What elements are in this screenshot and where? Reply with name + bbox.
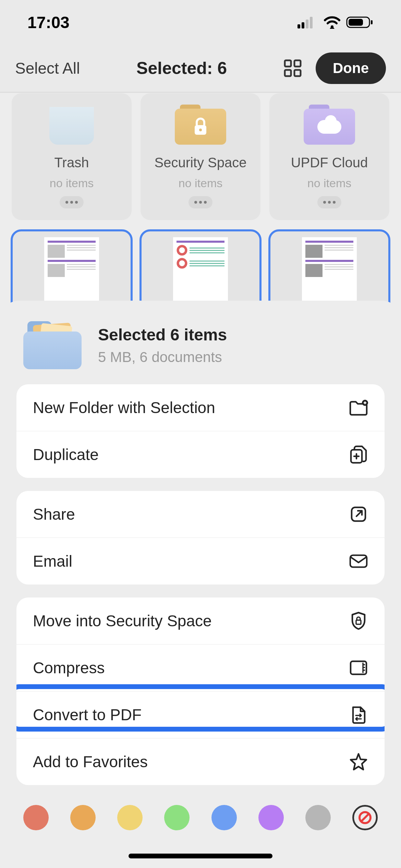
archive-icon xyxy=(349,658,368,677)
svg-rect-19 xyxy=(350,555,367,567)
battery-icon xyxy=(346,16,374,29)
tag-blue[interactable] xyxy=(211,805,237,830)
tag-green[interactable] xyxy=(164,805,190,830)
action-label: Share xyxy=(33,505,75,523)
shield-lock-icon xyxy=(349,611,368,630)
svg-rect-0 xyxy=(297,24,300,28)
sheet-header: Selected 6 items 5 MB, 6 documents xyxy=(16,321,385,384)
action-group-1: New Folder with Selection Duplicate xyxy=(16,384,385,478)
action-label: Convert to PDF xyxy=(33,706,142,724)
star-icon xyxy=(349,752,368,771)
svg-point-4 xyxy=(331,25,333,28)
selected-count-label: Selected: 6 xyxy=(136,58,227,78)
svg-rect-11 xyxy=(294,70,301,76)
copy-plus-icon xyxy=(349,445,368,464)
tag-orange[interactable] xyxy=(70,805,96,830)
action-label: Email xyxy=(33,552,72,570)
svg-rect-6 xyxy=(349,19,363,26)
svg-rect-20 xyxy=(356,620,361,624)
tag-purple[interactable] xyxy=(258,805,284,830)
svg-line-23 xyxy=(362,814,368,821)
mail-icon xyxy=(349,552,368,571)
sheet-subtitle: 5 MB, 6 documents xyxy=(98,349,227,365)
action-group-3: Move into Security Space Compress Conver… xyxy=(16,598,385,785)
svg-rect-3 xyxy=(310,17,313,28)
done-button[interactable]: Done xyxy=(316,52,386,84)
action-new-folder[interactable]: New Folder with Selection xyxy=(16,384,385,431)
action-email[interactable]: Email xyxy=(16,538,385,584)
tag-red[interactable] xyxy=(23,805,49,830)
color-tag-row xyxy=(16,798,385,830)
action-convert-pdf[interactable]: Convert to PDF xyxy=(16,691,385,738)
action-move-security[interactable]: Move into Security Space xyxy=(16,598,385,644)
action-compress[interactable]: Compress xyxy=(16,644,385,691)
svg-rect-9 xyxy=(294,60,301,67)
wifi-icon xyxy=(324,16,341,29)
home-indicator[interactable] xyxy=(129,854,272,858)
action-label: Add to Favorites xyxy=(33,752,148,771)
status-bar: 17:03 xyxy=(0,0,401,45)
svg-rect-10 xyxy=(285,70,291,76)
folder-plus-icon xyxy=(349,398,368,417)
svg-rect-2 xyxy=(306,20,308,28)
action-group-2: Share Email xyxy=(16,491,385,584)
action-label: Move into Security Space xyxy=(33,612,212,630)
folder-selection-icon xyxy=(23,321,82,369)
action-add-favorites[interactable]: Add to Favorites xyxy=(16,738,385,785)
svg-rect-7 xyxy=(371,20,373,24)
file-swap-icon xyxy=(349,705,368,724)
share-icon xyxy=(349,505,368,524)
action-label: New Folder with Selection xyxy=(33,398,215,417)
status-icons xyxy=(297,16,374,29)
status-time: 17:03 xyxy=(27,13,70,32)
select-all-button[interactable]: Select All xyxy=(15,59,80,77)
action-label: Compress xyxy=(33,659,105,677)
svg-rect-1 xyxy=(302,22,304,28)
cellular-icon xyxy=(297,16,318,28)
tag-gray[interactable] xyxy=(305,805,331,830)
sheet-title: Selected 6 items xyxy=(98,325,227,344)
action-sheet: Selected 6 items 5 MB, 6 documents New F… xyxy=(0,301,401,868)
action-label: Duplicate xyxy=(33,445,99,464)
action-duplicate[interactable]: Duplicate xyxy=(16,431,385,478)
tag-clear-button[interactable] xyxy=(352,805,378,830)
svg-rect-8 xyxy=(285,60,291,67)
action-share[interactable]: Share xyxy=(16,491,385,538)
grid-view-icon[interactable] xyxy=(283,59,302,77)
selection-header: Select All Selected: 6 Done xyxy=(0,45,401,93)
tag-yellow[interactable] xyxy=(117,805,143,830)
